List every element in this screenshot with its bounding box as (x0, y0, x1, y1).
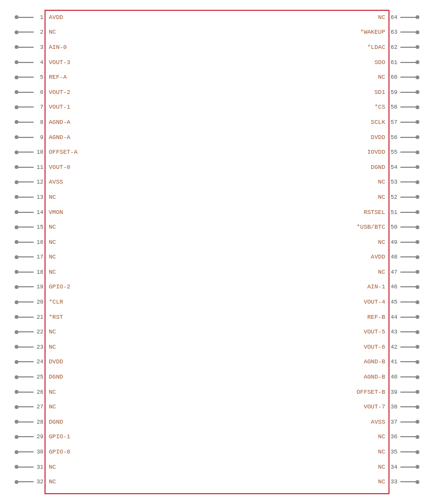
left-pin-row: 2 (0, 25, 44, 40)
pin-dot (15, 360, 18, 364)
left-pin-label: GPIO-0 (44, 444, 218, 459)
right-pin-row: 48 (390, 250, 434, 265)
pin-line (18, 361, 34, 362)
left-pin-label: GPIO-1 (44, 430, 218, 445)
pin-dot (416, 135, 419, 139)
pin-dot (416, 375, 419, 379)
right-pin-row: 45 (390, 294, 434, 310)
pin-dot (15, 105, 18, 109)
pin-number: 50 (391, 224, 400, 230)
right-pin-label: RSTSEL (216, 205, 390, 220)
right-pin-label: NC (216, 235, 390, 250)
pin-dot (15, 135, 18, 139)
left-pin-row: 31 (0, 459, 44, 475)
pin-dot (416, 405, 419, 409)
right-pin-row: 55 (390, 144, 434, 160)
pin-line (18, 197, 34, 198)
pin-line (400, 451, 416, 452)
pin-number: 56 (391, 134, 400, 141)
pin-line (18, 451, 34, 452)
pin-dot (416, 15, 419, 19)
left-pin-label: AGND-A (44, 115, 218, 130)
left-pin-label: NC (44, 474, 218, 489)
pin-dot (416, 255, 419, 259)
left-pin-label: VMON (44, 205, 218, 220)
pin-dot (416, 210, 419, 214)
pin-dot (416, 330, 419, 334)
right-pin-row: 42 (390, 339, 434, 355)
right-pin-label: VOUT-7 (216, 399, 390, 414)
pin-line (18, 137, 34, 138)
right-pin-row: 57 (390, 115, 434, 130)
pin-line (18, 62, 34, 63)
right-pin-label: NC (216, 474, 390, 489)
pin-dot (15, 375, 18, 379)
pin-dot (15, 330, 18, 334)
left-pin-row: 3 (0, 40, 44, 55)
pin-line (18, 467, 34, 468)
pin-number: 2 (34, 29, 43, 35)
pin-number: 37 (391, 419, 400, 425)
pin-number: 59 (391, 89, 400, 96)
pin-line (400, 421, 416, 423)
right-pin-row: 39 (390, 385, 434, 400)
right-pin-row: 44 (390, 310, 434, 325)
right-pin-row: 54 (390, 160, 434, 175)
pin-dot (15, 240, 18, 244)
left-pin-label: AVDD (44, 10, 218, 25)
pin-number: 48 (391, 254, 400, 260)
right-pin-label: NC (216, 430, 390, 445)
left-pin-label: REF-A (44, 70, 218, 85)
pin-line (18, 181, 34, 182)
pin-line (400, 152, 416, 153)
right-pin-row: 59 (390, 85, 434, 100)
pin-number: 21 (34, 314, 43, 320)
pin-line (18, 17, 34, 18)
pin-line (400, 376, 416, 377)
left-pin-row: 23 (0, 339, 44, 355)
pin-number: 29 (34, 433, 43, 440)
pin-line (18, 346, 34, 348)
pin-dot (15, 480, 18, 484)
right-pin-row: 52 (390, 190, 434, 205)
pin-dot (15, 60, 18, 64)
right-pin-row: 58 (390, 100, 434, 115)
pin-line (18, 32, 34, 33)
right-pin-row: 43 (390, 324, 434, 339)
pin-line (400, 47, 416, 48)
pin-line (400, 301, 416, 303)
pin-line (18, 317, 34, 318)
pin-number: 12 (34, 179, 43, 185)
pin-number: 52 (391, 194, 400, 200)
left-pin-row: 18 (0, 264, 44, 280)
pin-line (18, 481, 34, 482)
right-pin-label: AGND-B (216, 355, 390, 370)
pin-line (400, 481, 416, 482)
pin-number: 54 (391, 164, 400, 171)
left-pin-label: OFFSET-A (44, 144, 218, 160)
right-pin-row: 61 (390, 55, 434, 70)
pin-dot (416, 390, 419, 394)
pin-dot (15, 405, 18, 409)
left-pin-row: 15 (0, 219, 44, 235)
left-pin-label: NC (44, 339, 218, 355)
right-pin-row: 35 (390, 444, 434, 459)
pin-dot (15, 420, 18, 424)
pin-number: 38 (391, 404, 400, 410)
pin-number: 7 (34, 104, 43, 110)
pin-number: 15 (34, 224, 43, 230)
pin-dot (416, 165, 419, 169)
left-pin-row: 9 (0, 130, 44, 145)
pin-line (18, 152, 34, 153)
left-labels-container: AVDDNCAIN-0VOUT-3REF-AVOUT-2VOUT-1AGND-A… (44, 10, 218, 494)
right-pin-label: *USB/BTC (216, 219, 390, 235)
pin-line (400, 122, 416, 123)
pin-line (18, 242, 34, 243)
pin-number: 25 (34, 374, 43, 380)
right-pin-row: 47 (390, 264, 434, 280)
pin-line (400, 17, 416, 18)
right-pin-label: AGND-B (216, 369, 390, 385)
pin-number: 30 (34, 449, 43, 455)
right-pin-row: 40 (390, 369, 434, 385)
pin-number: 20 (34, 299, 43, 305)
